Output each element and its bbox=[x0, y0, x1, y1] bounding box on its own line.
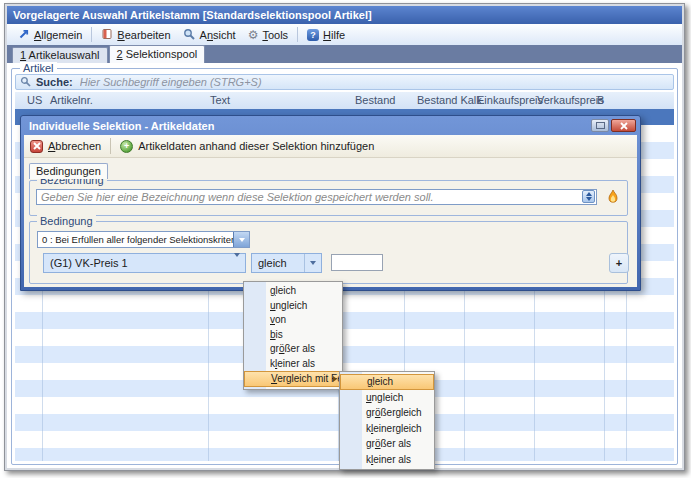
tab-label: 2 Selektionspool bbox=[117, 48, 198, 60]
close-button[interactable] bbox=[611, 119, 636, 132]
menu-item-gleich[interactable]: gleich bbox=[244, 284, 342, 299]
bezeichnung-groupbox: Bezeichnung bbox=[29, 180, 628, 216]
column-header-b[interactable]: B bbox=[597, 94, 604, 106]
menu-hilfe[interactable]: ? Hilfe bbox=[301, 27, 351, 43]
menu-item-label: kleinergleich bbox=[366, 423, 422, 434]
menu-item-label: von bbox=[270, 314, 286, 325]
submenu-arrow-icon bbox=[333, 376, 337, 382]
column-header-text[interactable]: Text bbox=[210, 94, 230, 106]
window-titlebar[interactable]: Vorgelagerte Auswahl Artikelstamm [Stand… bbox=[7, 6, 682, 24]
restore-icon bbox=[596, 122, 605, 129]
menu-tools[interactable]: ⚙ Tools bbox=[242, 27, 294, 43]
menu-item-label: ungleich bbox=[270, 300, 307, 311]
menu-ansicht[interactable]: Ansicht bbox=[177, 26, 242, 44]
search-input[interactable] bbox=[78, 75, 673, 89]
menu-item-von[interactable]: von bbox=[244, 313, 342, 328]
bedingung-groupbox: Bedingung 0 : Bei Erfüllen aller folgend… bbox=[29, 221, 628, 284]
tab-artikelauswahl[interactable]: 1 Artikelauswahl bbox=[12, 47, 108, 63]
flame-icon bbox=[607, 189, 619, 205]
menu-label: Allgemein bbox=[34, 29, 82, 41]
cancel-button[interactable]: Abbrechen bbox=[48, 140, 101, 152]
menu-label: Hilfe bbox=[323, 29, 345, 41]
menubar: Allgemein Bearbeiten Ansicht ⚙ Tools ? H… bbox=[7, 24, 682, 46]
menu-item-kleiner-als[interactable]: kleiner als bbox=[244, 357, 342, 372]
tab-selektionspool[interactable]: 2 Selektionspool bbox=[109, 45, 206, 63]
toolbar-separator bbox=[110, 138, 111, 154]
arrow-down-icon bbox=[586, 197, 592, 201]
menu-label: Ansicht bbox=[200, 29, 236, 41]
menu-item-label: gleich bbox=[367, 376, 393, 387]
menubar-separator bbox=[297, 27, 298, 42]
compare-with-field-submenu: gleich ungleich größergleich kleinerglei… bbox=[339, 371, 435, 470]
submenu-item-gleich[interactable]: gleich bbox=[340, 374, 434, 390]
menu-item-label: größer als bbox=[366, 438, 411, 449]
submenu-item-ungleich[interactable]: ungleich bbox=[340, 390, 434, 405]
dialog-body: Abbrechen + Artikeldaten anhand dieser S… bbox=[24, 135, 637, 287]
tabstrip: 1 Artikelauswahl 2 Selektionspool bbox=[7, 45, 682, 63]
menu-bearbeiten[interactable]: Bearbeiten bbox=[95, 26, 176, 44]
column-header-bestand-kalk[interactable]: Bestand Kalk. bbox=[417, 94, 485, 106]
submenu-item-groesser-als[interactable]: größer als bbox=[340, 436, 434, 451]
plus-icon: + bbox=[616, 257, 622, 269]
dialog-toolbar: Abbrechen + Artikeldaten anhand dieser S… bbox=[24, 135, 637, 158]
article-search-bar: Suche: bbox=[15, 74, 674, 90]
menu-item-ungleich[interactable]: ungleich bbox=[244, 299, 342, 314]
menu-item-label: gleich bbox=[270, 285, 296, 296]
menu-allgemein[interactable]: Allgemein bbox=[12, 26, 88, 44]
tab-bedingungen[interactable]: Bedingungen bbox=[29, 163, 108, 179]
submenu-item-groessergleich[interactable]: größergleich bbox=[340, 405, 434, 420]
menu-item-bis[interactable]: bis bbox=[244, 328, 342, 343]
dialog-title: Individuelle Selektion - Artikeldaten bbox=[29, 120, 214, 132]
selection-mode-combobox[interactable]: 0 : Bei Erfüllen aller folgender Selekti… bbox=[37, 231, 250, 248]
add-selection-icon: + bbox=[120, 140, 133, 153]
bedingung-group-label: Bedingung bbox=[37, 215, 96, 227]
search-label: Suche: bbox=[36, 76, 73, 88]
notebook-icon bbox=[101, 28, 113, 42]
column-header-einkaufspreis[interactable]: Einkaufspreis bbox=[477, 94, 543, 106]
submenu-item-kleinergleich[interactable]: kleinergleich bbox=[340, 421, 434, 436]
cancel-icon bbox=[30, 140, 43, 153]
chevron-down-icon bbox=[234, 257, 240, 269]
field-value: (G1) VK-Preis 1 bbox=[50, 257, 128, 269]
combobox-dropdown-button[interactable] bbox=[233, 232, 249, 247]
tab-label: Bedingungen bbox=[36, 165, 101, 177]
column-header-bestand[interactable]: Bestand bbox=[355, 94, 395, 106]
add-condition-button[interactable]: + bbox=[609, 253, 629, 273]
selection-mode-value: 0 : Bei Erfüllen aller folgender Selekti… bbox=[42, 234, 247, 245]
selection-dialog: Individuelle Selektion - Artikeldaten Ab… bbox=[20, 115, 641, 291]
arrow-up-icon bbox=[586, 192, 592, 196]
column-header-verkaufspreis[interactable]: Verkaufspreis bbox=[537, 94, 604, 106]
menu-item-vergleich-mit-feld[interactable]: Vergleich mit Feld bbox=[244, 371, 342, 387]
arrow-up-right-icon bbox=[18, 28, 30, 42]
column-header-artikelnr[interactable]: Artikelnr. bbox=[50, 94, 93, 106]
menu-item-label: kleiner als bbox=[270, 358, 315, 369]
menubar-separator bbox=[91, 27, 92, 42]
column-header-us[interactable]: US bbox=[27, 94, 42, 106]
tab-label: 1 Artikelauswahl bbox=[20, 49, 100, 61]
bezeichnung-input[interactable] bbox=[36, 189, 597, 205]
comparison-value-input[interactable] bbox=[331, 254, 383, 271]
menu-item-label: ungleich bbox=[366, 392, 403, 403]
add-selection-button[interactable]: Artikeldaten anhand dieser Selektion hin… bbox=[138, 140, 374, 152]
operator-value: gleich bbox=[258, 257, 287, 269]
gear-icon: ⚙ bbox=[248, 29, 259, 41]
help-icon: ? bbox=[307, 29, 319, 41]
magnifier-icon bbox=[183, 28, 196, 42]
operator-combobox[interactable]: gleich bbox=[251, 253, 322, 273]
chevron-down-icon bbox=[239, 238, 245, 242]
dialog-titlebar[interactable]: Individuelle Selektion - Artikeldaten bbox=[24, 116, 637, 135]
menu-item-label: kleiner als bbox=[366, 454, 411, 465]
operator-dropdown-menu: gleich ungleich von bis größer als klein… bbox=[243, 281, 343, 390]
field-combobox[interactable]: (G1) VK-Preis 1 bbox=[43, 253, 246, 273]
artikel-group-label: Artikel bbox=[20, 62, 57, 74]
table-header: US Artikelnr. Text Bestand Bestand Kalk.… bbox=[15, 92, 674, 110]
bezeichnung-dropdown-button[interactable] bbox=[582, 190, 595, 203]
menu-item-label: bis bbox=[270, 329, 283, 340]
menu-label: Tools bbox=[262, 29, 288, 41]
menu-item-groesser-als[interactable]: größer als bbox=[244, 342, 342, 357]
menu-label: Bearbeiten bbox=[117, 29, 170, 41]
search-icon bbox=[20, 76, 31, 89]
submenu-item-kleiner-als[interactable]: kleiner als bbox=[340, 452, 434, 467]
restore-button[interactable] bbox=[591, 119, 609, 132]
menu-item-label: größer als bbox=[270, 343, 315, 354]
